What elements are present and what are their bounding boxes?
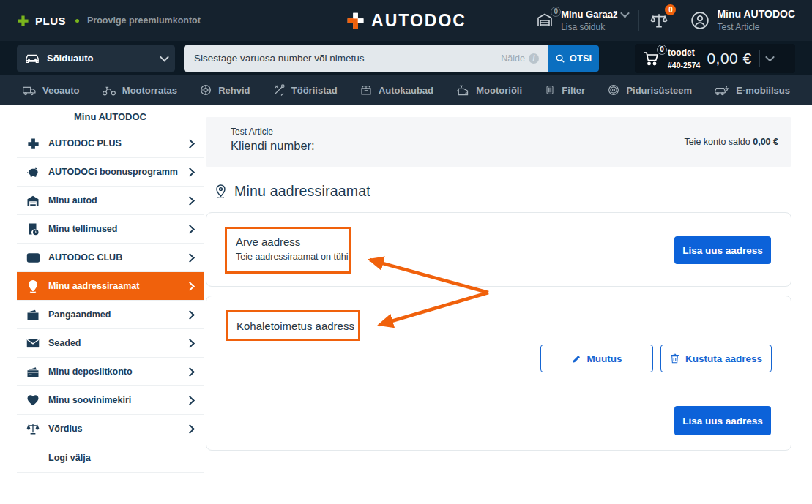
tire-icon: [199, 83, 212, 97]
account-balance: Teie konto saldo 0,00 €: [684, 137, 778, 167]
play-icon: [26, 252, 40, 263]
plus-logo-icon: [17, 15, 29, 27]
green-dot-icon: [75, 19, 79, 23]
chevron-right-icon: [185, 139, 195, 148]
billing-card-title: Arve aadress: [236, 236, 349, 248]
my-account-menu[interactable]: Minu AUTODOC Test Article: [690, 8, 795, 33]
annotation-box-billing: Arve aadress Teie aadressiraamat on tühi: [225, 227, 351, 274]
motor-oil-icon: [455, 83, 470, 97]
category-rehvid[interactable]: Rehvid: [199, 83, 250, 97]
add-shipping-address-button[interactable]: Lisa uus aadress: [674, 406, 771, 435]
truck-icon: [22, 84, 37, 97]
heart-icon: [26, 394, 40, 406]
cart-total: 0,00 €: [707, 50, 751, 67]
chevron-right-icon: [185, 253, 195, 263]
category-mootorratas[interactable]: Mootorratas: [102, 84, 177, 97]
pencil-icon: [572, 354, 581, 364]
category-veoauto[interactable]: Veoauto: [22, 84, 80, 97]
sidebar-item-vordlus[interactable]: Võrdlus: [17, 415, 204, 443]
search-button[interactable]: OTSI: [548, 45, 599, 72]
cart-count-badge: 0: [657, 45, 667, 55]
divider: [638, 10, 639, 31]
chevron-down-icon: [765, 53, 775, 62]
autodoc-logo[interactable]: AUTODOC: [346, 11, 466, 31]
chevron-right-icon: [185, 424, 195, 434]
plus-promo-link[interactable]: PLUS Proovige preemiumkontot: [17, 15, 201, 27]
shipping-address-card: Kohaletoimetus aadress Muutus Kustuta aa…: [206, 296, 791, 451]
logo-text: AUTODOC: [371, 11, 466, 31]
vehicle-type-select[interactable]: Sõiduauto: [17, 45, 175, 72]
comparison-count-badge: 0: [665, 4, 676, 15]
trash-icon: [670, 353, 679, 364]
category-filter[interactable]: Filter: [544, 83, 585, 97]
e-mobility-icon: [714, 84, 730, 97]
main-content: Test Article Kliendi number: Teie konto …: [206, 105, 791, 451]
info-icon: i: [529, 53, 539, 64]
piggy-bank-icon: [26, 166, 40, 178]
category-emobiilsus[interactable]: E-mobiilsus: [714, 84, 790, 97]
sidebar-item-minu-aadressiraamat[interactable]: Minu aadressiraamat: [17, 272, 204, 301]
divider: [679, 10, 679, 31]
plus-icon: [26, 137, 40, 151]
sidebar-logout[interactable]: Logi välja: [17, 443, 204, 473]
sidebar-item-autodoc-plus[interactable]: AUTODOC PLUS: [17, 129, 204, 158]
delete-address-button[interactable]: Kustuta aadress: [660, 345, 772, 372]
search-row: Sõiduauto Näide i OTSI: [0, 41, 812, 75]
address-book-pin-icon: [215, 184, 227, 199]
shipping-card-title: Kohaletoimetus aadress: [236, 320, 358, 332]
vehicle-type-label: Sõiduauto: [47, 53, 94, 64]
account-title: Minu AUTODOC: [717, 8, 795, 20]
chevron-down-icon: [621, 8, 630, 18]
page-title: Minu aadressiraamat: [234, 183, 370, 200]
comparison-button[interactable]: 0: [649, 10, 668, 31]
motorcycle-icon: [102, 84, 116, 97]
account-subtitle: Test Article: [717, 22, 759, 32]
search-icon: [555, 53, 565, 64]
car-icon: [24, 52, 40, 65]
category-pidurisusteem[interactable]: Pidurisüsteem: [607, 83, 692, 97]
autodoc-account-page: PLUS Proovige preemiumkontot AUTODOC: [0, 0, 812, 504]
account-name: Test Article: [231, 127, 315, 137]
sidebar-item-minu-tellimused[interactable]: Minu tellimused: [17, 215, 204, 244]
garage-icon: [26, 195, 40, 207]
sidebar-item-seaded[interactable]: Seaded: [17, 329, 204, 358]
search-input[interactable]: [184, 45, 548, 72]
edit-address-button[interactable]: Muutus: [540, 345, 653, 372]
cart-button[interactable]: 0 toodet #40-2574 0,00 €: [635, 44, 795, 73]
autodoc-plus-icon: [346, 11, 365, 30]
cart-id: #40-2574: [668, 61, 700, 69]
chevron-right-icon: [185, 396, 195, 405]
garage-title: Minu Garaaž: [561, 9, 617, 20]
annotation-box-shipping: Kohaletoimetus aadress: [226, 310, 360, 341]
sidebar-item-autodoc-club[interactable]: AUTODOC CLUB: [17, 244, 204, 272]
chevron-right-icon: [185, 367, 195, 377]
search-example-hint[interactable]: Näide i: [501, 45, 539, 72]
divider: [759, 50, 760, 67]
add-billing-address-button[interactable]: Lisa uus aadress: [674, 236, 771, 264]
sidebar-item-pangaandmed[interactable]: Pangaandmed: [17, 301, 204, 329]
envelope-icon: [26, 339, 40, 348]
plus-label: PLUS: [35, 15, 66, 27]
category-autokaubad[interactable]: Autokaubad: [360, 83, 433, 97]
account-sidebar: Minu AUTODOC AUTODOC PLUS AUTODOCi boonu…: [17, 105, 204, 473]
sidebar-item-minu-deposiitkonto[interactable]: Minu deposiitkonto: [17, 358, 204, 386]
billing-empty-text: Teie aadressiraamat on tühi: [236, 252, 349, 262]
location-pin-icon: [26, 279, 40, 293]
client-number-label: Kliendi number:: [231, 139, 315, 153]
account-summary-bar: Test Article Kliendi number: Teie konto …: [206, 117, 791, 167]
sidebar-item-minu-autod[interactable]: Minu autod: [17, 187, 204, 215]
chevron-right-icon: [185, 225, 195, 234]
my-garage-menu[interactable]: 0 Minu Garaaž Lisa sõiduk: [535, 9, 628, 33]
sidebar-item-minu-soovinimekiri[interactable]: Minu soovinimekiri: [17, 386, 204, 415]
sidebar-item-boonusprogramm[interactable]: AUTODOCi boonusprogramm: [17, 158, 204, 187]
brake-disc-icon: [607, 83, 620, 97]
wallet-icon: [26, 309, 40, 320]
user-avatar-icon: [690, 10, 710, 31]
chevron-right-icon: [185, 339, 195, 348]
cart-items-label: toodet: [668, 48, 695, 58]
category-nav: Veoauto Mootorratas Rehvid Tööriistad Au…: [0, 75, 812, 105]
orders-icon: [26, 222, 40, 236]
category-mootorioli[interactable]: Mootoriõli: [455, 83, 522, 97]
category-tooriistad[interactable]: Tööriistad: [272, 83, 338, 97]
top-bar: PLUS Proovige preemiumkontot AUTODOC: [0, 0, 812, 41]
